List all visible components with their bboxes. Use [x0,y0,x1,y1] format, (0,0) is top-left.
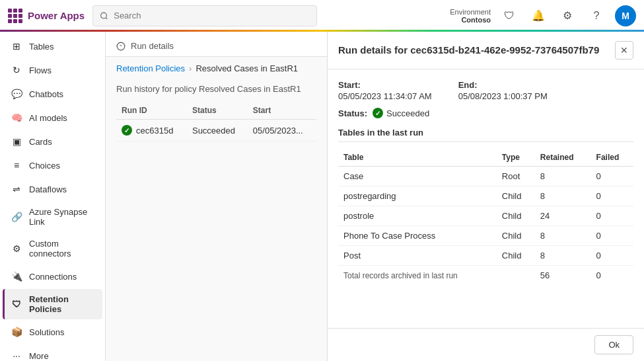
avatar[interactable]: M [615,5,636,26]
run-table: Run ID Status Start cec6315d Succee [116,102,316,141]
run-id-value: cec6315d [136,126,173,136]
cell-retained-1: 8 [535,186,591,206]
environment-name: Contoso [461,16,491,24]
cell-failed-2: 0 [591,206,633,226]
succeeded-dot [122,125,132,136]
sidebar-item-dataflows[interactable]: ⇌ Dataflows [3,178,102,200]
sidebar-item-flows[interactable]: ↻ Flows [3,59,102,81]
main-content: ⊞ Tables ↻ Flows 💬 Chatbots 🧠 AI models … [0,32,644,361]
status-succeeded-badge: Succeeded [373,108,429,118]
cell-failed-0: 0 [591,167,633,186]
bell-icon[interactable]: 🔔 [528,5,549,26]
solutions-icon: 📦 [11,326,22,338]
sidebar-label-tables: Tables [29,42,54,52]
breadcrumb-current: Resolved Cases in EastR1 [196,63,298,73]
search-bar[interactable] [92,5,317,26]
table-row: Phone To Case Process Child 8 0 [338,226,633,246]
app-logo[interactable]: Power Apps [8,9,85,23]
ok-btn-row: Ok [328,328,644,361]
ok-button[interactable]: Ok [594,335,633,354]
topbar: Power Apps Environment Contoso 🛡 🔔 ⚙ ? M [0,0,644,32]
sidebar-label-custom-connectors: Custom connectors [29,239,94,259]
sidebar-label-cards: Cards [29,137,52,147]
col-retained: Retained [535,149,591,167]
col-status: Status [187,102,248,120]
settings-icon[interactable]: ⚙ [557,5,578,26]
end-value: 05/08/2023 1:00:37 PM [458,91,548,101]
right-panel-body: Start: 05/05/2023 11:34:07 AM End: 05/08… [328,69,644,328]
cell-retained-5: 56 [535,266,591,286]
breadcrumb-parent[interactable]: Retention Policies [116,63,185,73]
dataflows-icon: ⇌ [11,183,22,195]
sidebar-label-azure-synapse: Azure Synapse Link [29,207,94,227]
help-icon[interactable]: ? [586,5,607,26]
sidebar-label-retention-policies: Retention Policies [29,294,94,314]
sidebar-item-connections[interactable]: 🔌 Connections [3,265,102,288]
start-value: 05/05/2023 11:34:07 AM [338,91,432,101]
col-failed: Failed [591,149,633,167]
sidebar-item-cards[interactable]: ▣ Cards [3,130,102,153]
cell-type-3: Child [497,226,535,246]
right-panel-header: Run details for cec6315d-b241-462e-9952-… [328,32,644,69]
run-table-area: Run ID Status Start cec6315d Succee [106,102,327,141]
end-info: End: 05/08/2023 1:00:37 PM [458,80,548,101]
cell-failed-1: 0 [591,186,633,206]
sidebar: ⊞ Tables ↻ Flows 💬 Chatbots 🧠 AI models … [0,32,106,361]
search-icon [100,11,108,20]
sidebar-label-more: More [29,351,49,361]
cell-type-2: Child [497,206,535,226]
choices-icon: ≡ [11,159,22,171]
cell-type-5 [497,266,535,286]
end-label: End: [458,80,548,90]
sidebar-label-dataflows: Dataflows [29,184,67,194]
azure-synapse-icon: 🔗 [11,211,22,223]
app-name: Power Apps [28,10,85,21]
cell-table-1: postregarding [338,186,497,206]
sidebar-item-ai-models[interactable]: 🧠 AI models [3,106,102,129]
run-status-cell: Succeeded [187,120,248,141]
cards-icon: ▣ [11,136,22,147]
data-table: Table Type Retained Failed Case Root 8 0… [338,149,633,285]
sidebar-item-solutions[interactable]: 📦 Solutions [3,321,102,343]
cell-retained-4: 8 [535,246,591,266]
cell-table-2: postrole [338,206,497,226]
cell-retained-0: 8 [535,167,591,186]
close-button[interactable]: ✕ [615,41,633,60]
table-row: postregarding Child 8 0 [338,186,633,206]
cell-retained-3: 8 [535,226,591,246]
table-row: Post Child 8 0 [338,246,633,266]
cell-table-0: Case [338,167,497,186]
sidebar-item-custom-connectors[interactable]: ⚙ Custom connectors [3,233,102,264]
shield-icon[interactable]: 🛡 [499,5,520,26]
sidebar-label-chatbots: Chatbots [29,89,63,99]
start-label: Start: [338,80,432,90]
flows-icon: ↻ [11,64,22,76]
table-row[interactable]: cec6315d Succeeded 05/05/2023... [116,120,316,141]
status-value: Succeeded [386,108,429,118]
svg-point-0 [101,13,107,19]
environment-box: Environment Contoso [450,8,491,24]
sidebar-item-retention-policies[interactable]: 🛡 Retention Policies [3,289,102,319]
table-row: Case Root 8 0 [338,167,633,186]
cell-failed-4: 0 [591,246,633,266]
cell-type-4: Child [497,246,535,266]
table-row: Total records archived in last run 56 0 [338,266,633,286]
sidebar-item-more[interactable]: ··· More [3,344,102,361]
grid-icon [8,9,22,23]
cell-type-0: Root [497,167,535,186]
sidebar-label-choices: Choices [29,161,60,171]
retention-policies-icon: 🛡 [11,298,22,310]
breadcrumb-separator: › [189,63,192,73]
sidebar-item-choices[interactable]: ≡ Choices [3,154,102,177]
start-info: Start: 05/05/2023 11:34:07 AM [338,80,432,101]
sidebar-item-tables[interactable]: ⊞ Tables [3,35,102,58]
section-title: Tables in the last run [338,128,633,142]
sidebar-item-chatbots[interactable]: 💬 Chatbots [3,83,102,105]
breadcrumb: Retention Policies › Resolved Cases in E… [106,57,327,79]
col-run-id: Run ID [116,102,187,120]
cell-table-5: Total records archived in last run [338,266,497,286]
run-id-with-icon: cec6315d [122,125,182,136]
sidebar-item-azure-synapse[interactable]: 🔗 Azure Synapse Link [3,202,102,232]
custom-connectors-icon: ⚙ [11,243,22,255]
search-input[interactable] [114,11,310,20]
